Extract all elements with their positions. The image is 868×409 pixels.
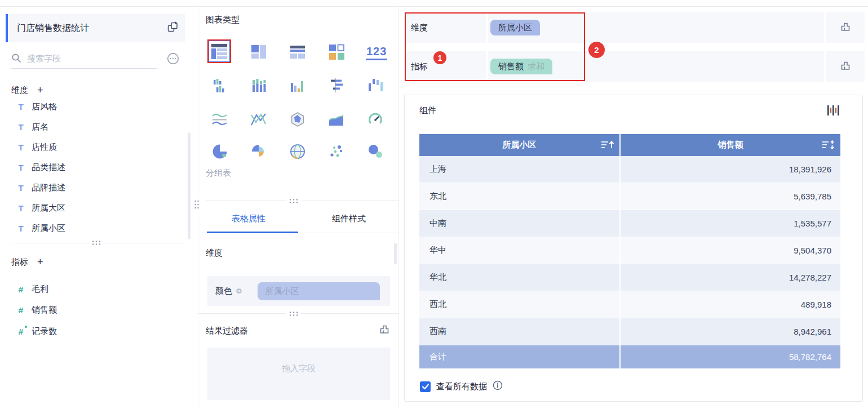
grouped-column-chart-icon[interactable] [211,77,228,94]
field-item-dianfengge[interactable]: T 店风格 [0,103,192,117]
field-item-pinleimiaoshu[interactable]: T 品类描述 [0,157,192,177]
dimension-field-pill[interactable]: 所属小区 [490,20,540,35]
chart-type-grouped-table-selected[interactable] [207,39,231,63]
field-item-dianxingzhi[interactable]: T 店性质 [0,137,192,157]
chart-type-title: 图表类型 [206,15,240,25]
multi-line-chart-icon[interactable] [250,111,267,128]
field-item-pinpaimiaoshu[interactable]: T 品牌描述 [0,177,192,198]
number-kpi-icon[interactable]: 123 [366,45,387,60]
field-item-jilushu[interactable]: # 记录数 [0,321,192,341]
table-row[interactable]: 华北 14,278,227 [419,264,840,291]
search-icon [11,53,21,65]
metric-header-label: 指标 [11,257,28,268]
sales-cell: 489,918 [621,291,840,318]
text-field-icon: T [16,163,26,172]
dimension-field-list: T 店风格 T 店名 T 店性质 T 品类描述 T 品牌描述 T 所属大区 [0,103,192,242]
field-item-dianming[interactable]: T 店名 [0,117,192,137]
field-item-xiaoshoue[interactable]: # 销售额 [0,300,192,320]
component-preview-panel: 组件 所属小区 销售额 [404,95,863,402]
total-label-cell: 合计 [419,345,619,368]
field-item-suoshuxiaoqu[interactable]: T 所属小区 [0,218,192,238]
panel-resize-handle[interactable] [192,197,201,212]
search-input[interactable]: 搜索字段 [27,54,61,64]
detail-table-icon[interactable] [289,43,306,60]
scatter-chart-icon[interactable] [328,143,345,160]
rose-chart-icon[interactable] [250,143,267,160]
dimension-shelf-tools [826,12,865,43]
section-resize-handle[interactable] [89,238,104,247]
add-dimension-button[interactable]: + [37,85,43,96]
region-cell: 西北 [419,291,619,318]
filter-icon[interactable] [379,323,390,335]
number-field-icon: # [16,305,26,315]
result-filter-header: 结果过滤器 [206,326,248,336]
pie-chart-icon[interactable] [211,143,228,160]
table-row[interactable]: 西南 8,942,961 [419,318,840,345]
field-item-suoshudaqu[interactable]: T 所属大区 [0,198,192,218]
field-label: 销售额 [32,305,57,315]
cross-table-icon[interactable] [250,43,267,60]
config-scrollbar[interactable] [394,243,397,264]
sidebar-scrollbar[interactable] [188,132,191,239]
color-label: 颜色 [215,286,232,296]
view-all-data-label[interactable]: 查看所有数据 [436,381,487,392]
filter-drop-zone[interactable]: 拖入字段 [207,348,390,400]
table-row[interactable]: 中南 1,535,577 [419,210,840,237]
dataset-title: 门店销售数据统计 [17,23,167,34]
filter-resize-handle[interactable] [286,310,301,318]
component-title: 组件 [419,105,436,116]
map-chart-icon[interactable] [289,143,306,160]
sort-asc-icon[interactable] [600,140,615,151]
header-cell-region: 所属小区 [419,134,619,156]
more-options-icon[interactable] [167,52,179,65]
field-label: 店性质 [32,142,57,153]
filter-icon[interactable] [840,21,851,34]
tab-component-style[interactable]: 组件样式 [299,210,399,233]
color-field-pill[interactable]: 所属小区 [258,282,380,300]
dimension-config-header: 维度 [206,248,223,259]
table-row[interactable]: 东北 5,639,785 [419,183,840,210]
column-chart-icon[interactable] [289,77,306,94]
bar-chart-icon[interactable] [328,77,345,94]
region-cell: 中南 [419,210,619,237]
field-label: 所属大区 [32,203,65,214]
table-total-row[interactable]: 合计 58,782,764 [419,345,840,368]
dataset-title-bar[interactable]: 门店销售数据统计 [6,14,185,42]
field-label: 店名 [32,122,48,132]
step-1-annotation-badge: 1 [433,51,446,64]
card-group-icon[interactable] [328,43,345,60]
view-all-data-checkbox[interactable] [420,381,431,392]
field-label: 毛利 [32,284,48,295]
region-cell: 上海 [419,156,619,183]
sort-both-icon[interactable] [821,140,836,151]
stacked-column-chart-icon[interactable] [250,77,267,94]
table-row[interactable]: 上海 18,391,926 [419,156,840,183]
field-label: 品类描述 [32,162,65,173]
area-chart-icon[interactable] [328,111,345,128]
chart-bars-icon[interactable] [826,104,840,117]
dimension-shelf[interactable]: 所属小区 [488,12,824,43]
gear-icon[interactable]: ⚙ [236,287,242,295]
switch-dataset-icon[interactable] [167,21,178,35]
search-field-row[interactable]: 搜索字段 [11,50,157,69]
sales-cell: 5,639,785 [621,183,840,210]
sales-cell: 1,535,577 [621,210,840,237]
metric-field-pill[interactable]: 销售额求和 [490,59,552,74]
table-row[interactable]: 华中 9,504,370 [419,237,840,264]
gauge-chart-icon[interactable] [367,111,384,128]
filter-icon[interactable] [840,60,851,73]
info-icon[interactable] [493,380,503,393]
table-row[interactable]: 西北 489,918 [419,291,840,318]
bubble-chart-icon[interactable] [367,143,384,160]
sales-cell: 9,504,370 [621,237,840,264]
metric-shelf[interactable]: 销售额求和 [488,51,824,82]
add-metric-button[interactable]: + [37,256,43,268]
header-cell-sales: 销售额 [621,134,840,156]
tab-table-properties[interactable]: 表格属性 [198,210,299,233]
waterfall-chart-icon[interactable] [367,77,384,94]
radar-chart-icon[interactable] [289,111,306,128]
text-field-icon: T [16,224,26,233]
field-item-maoli[interactable]: # 毛利 [0,279,192,299]
config-resize-handle[interactable] [286,197,301,205]
line-chart-icon[interactable] [211,111,228,128]
